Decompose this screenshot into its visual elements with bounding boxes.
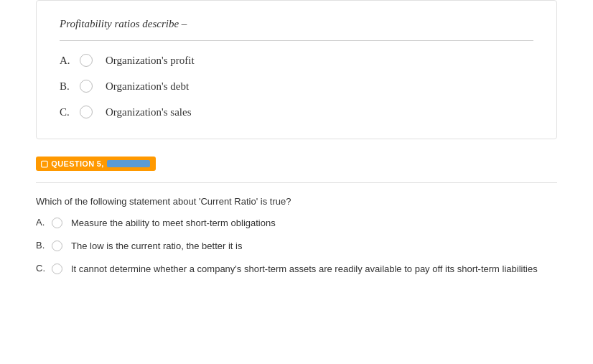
badge-icon: ▢ bbox=[40, 159, 48, 169]
option-letter-q4-c: C. bbox=[60, 106, 80, 118]
option-row-q5-a: A. Measure the ability to meet short-ter… bbox=[36, 217, 557, 230]
option-row-q5-c: C. It cannot determine whether a company… bbox=[36, 263, 557, 276]
option-letter-q5-a: A. bbox=[36, 217, 52, 228]
option-text-q4-b: Organization's debt bbox=[106, 80, 189, 93]
option-text-q5-c: It cannot determine whether a company's … bbox=[71, 263, 538, 276]
radio-q5-c[interactable] bbox=[52, 263, 62, 274]
option-letter-q5-b: B. bbox=[36, 240, 52, 251]
question4-block: Profitability ratios describe – A. Organ… bbox=[36, 0, 557, 139]
option-row-q4-b: B. Organization's debt bbox=[60, 80, 533, 93]
question4-title: Profitability ratios describe – bbox=[60, 18, 533, 41]
option-letter-q4-a: A. bbox=[60, 55, 80, 67]
radio-q4-a[interactable] bbox=[80, 54, 93, 67]
radio-q4-c[interactable] bbox=[80, 106, 93, 118]
option-row-q4-c: C. Organization's sales bbox=[60, 106, 533, 118]
page-container: Profitability ratios describe – A. Organ… bbox=[0, 0, 593, 276]
option-row-q4-a: A. Organization's profit bbox=[60, 54, 533, 67]
question5-block: ▢ QUESTION 5, Which of the following sta… bbox=[36, 157, 557, 276]
option-letter-q4-b: B. bbox=[60, 80, 80, 93]
option-row-q5-b: B. The low is the current ratio, the bet… bbox=[36, 240, 557, 253]
option-letter-q5-c: C. bbox=[36, 263, 52, 274]
question5-badge: ▢ QUESTION 5, bbox=[36, 157, 156, 171]
radio-q4-b[interactable] bbox=[80, 80, 93, 93]
option-text-q4-a: Organization's profit bbox=[106, 55, 195, 67]
radio-q5-b[interactable] bbox=[52, 241, 62, 251]
option-text-q5-b: The low is the current ratio, the better… bbox=[71, 240, 242, 253]
badge-text: QUESTION 5, bbox=[51, 159, 103, 168]
radio-q5-a[interactable] bbox=[52, 218, 62, 228]
option-text-q4-c: Organization's sales bbox=[106, 106, 191, 118]
question5-text: Which of the following statement about '… bbox=[36, 196, 557, 207]
badge-highlight bbox=[107, 160, 150, 167]
option-text-q5-a: Measure the ability to meet short-term o… bbox=[71, 217, 276, 230]
divider bbox=[36, 182, 557, 183]
